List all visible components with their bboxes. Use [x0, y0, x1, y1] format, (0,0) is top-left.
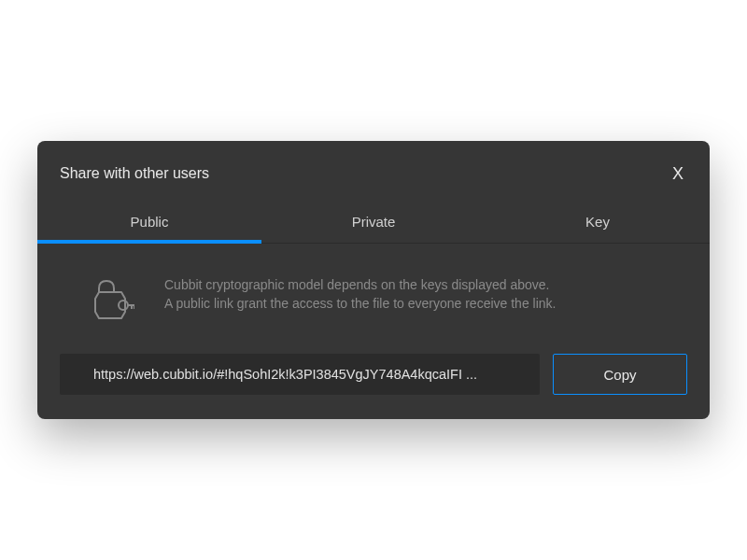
copy-button[interactable]: Copy — [553, 354, 687, 395]
close-button[interactable]: X — [669, 165, 687, 182]
info-text: Cubbit cryptographic model depends on th… — [164, 275, 556, 314]
share-modal: Share with other users X Public Private … — [37, 141, 710, 419]
tab-content: Cubbit cryptographic model depends on th… — [37, 244, 710, 419]
tab-key[interactable]: Key — [486, 201, 710, 243]
modal-header: Share with other users X — [37, 141, 710, 201]
tab-public[interactable]: Public — [37, 201, 261, 243]
info-line-1: Cubbit cryptographic model depends on th… — [164, 275, 556, 294]
share-link-box[interactable]: https://web.cubbit.io/#!hqSohI2k!k3PI384… — [60, 354, 540, 395]
tab-private[interactable]: Private — [261, 201, 486, 243]
tabs: Public Private Key — [37, 201, 710, 244]
link-row: https://web.cubbit.io/#!hqSohI2k!k3PI384… — [60, 354, 687, 395]
info-line-2: A public link grant the access to the fi… — [164, 294, 556, 313]
lock-key-icon — [93, 277, 134, 324]
info-row: Cubbit cryptographic model depends on th… — [60, 275, 687, 324]
svg-point-0 — [119, 301, 128, 310]
modal-title: Share with other users — [60, 165, 209, 182]
